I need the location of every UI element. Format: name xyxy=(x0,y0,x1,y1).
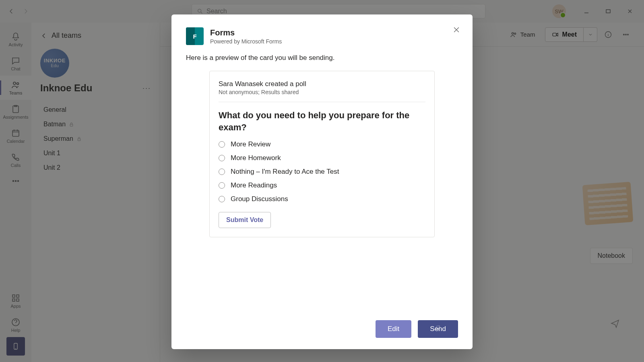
poll-preview-card: Sara Wanasek created a poll Not anonymou… xyxy=(209,71,435,237)
radio-icon xyxy=(219,169,225,175)
submit-vote-button[interactable]: Submit Vote xyxy=(219,212,271,228)
radio-icon xyxy=(219,182,225,189)
poll-option[interactable]: More Review xyxy=(219,140,425,148)
divider xyxy=(219,102,425,102)
edit-button[interactable]: Edit xyxy=(376,320,411,338)
poll-creator-line: Sara Wanasek created a poll xyxy=(219,80,425,88)
radio-icon xyxy=(219,155,225,161)
poll-meta: Not anonymous; Results shared xyxy=(219,89,425,95)
forms-modal: F Forms Powered by Microsoft Forms Here … xyxy=(171,14,473,349)
modal-intro-text: Here is a preview of the card you will b… xyxy=(186,54,458,62)
radio-icon xyxy=(219,196,225,202)
send-button[interactable]: Send ☟ xyxy=(418,320,458,338)
radio-icon xyxy=(219,141,225,148)
modal-scrim: F Forms Powered by Microsoft Forms Here … xyxy=(0,0,644,362)
poll-question: What do you need to help you prepare for… xyxy=(219,109,425,133)
poll-option[interactable]: More Homework xyxy=(219,154,425,162)
poll-option[interactable]: Nothing – I'm Ready to Ace the Test xyxy=(219,168,425,176)
forms-app-icon: F xyxy=(186,27,204,45)
close-icon xyxy=(452,26,460,34)
modal-title: Forms xyxy=(210,28,282,37)
modal-close-button[interactable] xyxy=(450,23,463,36)
cursor-icon: ☟ xyxy=(436,324,440,333)
modal-subtitle: Powered by Microsoft Forms xyxy=(210,38,282,45)
poll-option[interactable]: More Readings xyxy=(219,181,425,189)
poll-option[interactable]: Group Discussions xyxy=(219,195,425,203)
